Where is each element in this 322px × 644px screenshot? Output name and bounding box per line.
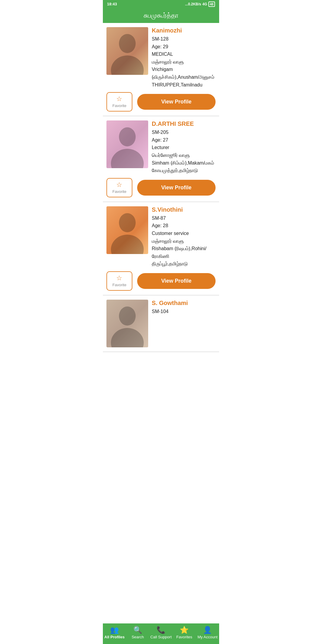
profile-location-vinothini: மஞ்சாலூர் வாளு (152, 237, 216, 245)
svg-point-3 (111, 149, 144, 168)
profile-image-vinothini (106, 206, 148, 254)
profile-image-darthi (106, 120, 148, 168)
profile-city-darthi: கோயமுத்தூர்,தமிழ்நாடு (152, 167, 216, 174)
profile-info-darthi: D.ARTHI SREE SM-205 Age: 27 Lecturer யெர… (152, 120, 216, 174)
star-icon-kanimozhi: ☆ (116, 96, 122, 102)
app-title: சுபமுகூர்த்தா (144, 12, 179, 19)
profile-profession-darthi: Lecturer (152, 144, 216, 151)
profile-actions-kanimozhi: ☆ Favorite View Profile (106, 92, 216, 112)
battery-icon: 48 (208, 2, 215, 6)
profile-card-gowthami: S. Gowthami SM-104 (103, 295, 219, 352)
profile-info-gowthami: S. Gowthami SM-104 (152, 300, 216, 347)
svg-point-4 (119, 213, 136, 232)
svg-point-5 (111, 235, 144, 254)
favorite-label-vinothini: Favorite (112, 283, 126, 287)
favorite-button-kanimozhi[interactable]: ☆ Favorite (106, 92, 132, 112)
profile-code-kanimozhi: SM-128 (152, 35, 216, 43)
favorite-label-kanimozhi: Favorite (112, 103, 126, 108)
profile-name-vinothini: S.Vinothini (152, 206, 216, 213)
profile-code-darthi: SM-205 (152, 129, 216, 136)
profile-top-kanimozhi: Kanimozhi SM-128 Age: 29 MEDICAL மஞ்சாலூ… (106, 27, 216, 89)
profile-card-kanimozhi: Kanimozhi SM-128 Age: 29 MEDICAL மஞ்சாலூ… (103, 23, 219, 116)
svg-point-0 (119, 34, 136, 53)
signal-text: ...0.2KB/s (185, 2, 201, 6)
profile-card-vinothini: S.Vinothini SM-87 Age: 28 Customer servi… (103, 202, 219, 295)
profile-name-darthi: D.ARTHI SREE (152, 120, 216, 127)
view-profile-button-darthi[interactable]: View Profile (137, 180, 216, 196)
svg-point-2 (119, 127, 136, 146)
profile-code-vinothini: SM-87 (152, 214, 216, 222)
favorite-button-vinothini[interactable]: ☆ Favorite (106, 271, 132, 291)
time: 18:43 (107, 2, 117, 6)
star-icon-vinothini: ☆ (116, 275, 122, 281)
profile-info-kanimozhi: Kanimozhi SM-128 Age: 29 MEDICAL மஞ்சாலூ… (152, 27, 216, 89)
network-type: 4G (202, 2, 207, 6)
profile-image-gowthami (106, 300, 148, 347)
profile-age-kanimozhi: Age: 29 (152, 43, 216, 51)
profile-profession-vinothini: Customer service (152, 230, 216, 237)
profile-location-darthi: யெர்னோஜூர் வாளு (152, 151, 216, 159)
profile-star-vinothini: Rishabam (ரிஷபம்),Rohini/ரோகிணி (152, 245, 216, 260)
profile-city-kanimozhi: THIRUPPER,Tamilnadu (152, 81, 216, 89)
profile-list: Kanimozhi SM-128 Age: 29 MEDICAL மஞ்சாலூ… (103, 23, 219, 376)
svg-point-1 (111, 55, 144, 75)
view-profile-button-vinothini[interactable]: View Profile (137, 273, 216, 289)
status-icons: ...0.2KB/s 4G 48 (185, 2, 215, 6)
favorite-button-darthi[interactable]: ☆ Favorite (106, 178, 132, 197)
profile-profession-kanimozhi: MEDICAL (152, 50, 216, 58)
profile-image-kanimozhi (106, 27, 148, 75)
profile-info-vinothini: S.Vinothini SM-87 Age: 28 Customer servi… (152, 206, 216, 268)
svg-point-6 (119, 306, 136, 326)
profile-top-darthi: D.ARTHI SREE SM-205 Age: 27 Lecturer யெர… (106, 120, 216, 174)
profile-age-vinothini: Age: 28 (152, 222, 216, 230)
profile-city-vinothini: திருப்பூர்,தமிழ்நாடு (152, 260, 216, 268)
svg-point-7 (111, 328, 144, 347)
star-icon-darthi: ☆ (116, 182, 122, 188)
profile-actions-darthi: ☆ Favorite View Profile (106, 178, 216, 197)
profile-star-kanimozhi: Vrichigam (விருச்சிகம்),Anusham/அனுசம் (152, 66, 216, 81)
app-header: சுபமுகூர்த்தா (103, 8, 219, 23)
profile-top-gowthami: S. Gowthami SM-104 (106, 300, 216, 347)
profile-top-vinothini: S.Vinothini SM-87 Age: 28 Customer servi… (106, 206, 216, 268)
status-bar: 18:43 ...0.2KB/s 4G 48 (103, 0, 219, 8)
profile-name-gowthami: S. Gowthami (152, 300, 216, 306)
profile-actions-vinothini: ☆ Favorite View Profile (106, 271, 216, 291)
profile-name-kanimozhi: Kanimozhi (152, 27, 216, 34)
profile-location-kanimozhi: மஞ்சாலூர் வாளு (152, 58, 216, 66)
favorite-label-darthi: Favorite (112, 189, 126, 194)
profile-star-darthi: Simham (சிம்மம்),Makam/மகம் (152, 159, 216, 167)
profile-card-darthi: D.ARTHI SREE SM-205 Age: 27 Lecturer யெர… (103, 116, 219, 202)
view-profile-button-kanimozhi[interactable]: View Profile (137, 94, 216, 110)
profile-age-darthi: Age: 27 (152, 136, 216, 144)
profile-code-gowthami: SM-104 (152, 308, 216, 315)
